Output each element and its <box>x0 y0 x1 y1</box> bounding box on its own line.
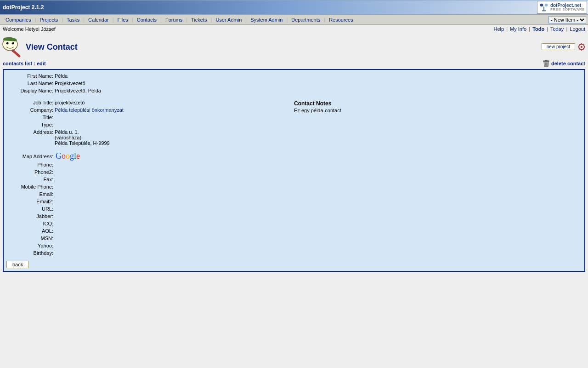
title-actions: new project <box>542 43 585 51</box>
nav-tickets[interactable]: Tickets <box>187 17 210 23</box>
welcome-text: Welcome Hetyei József <box>3 26 56 32</box>
app-title: dotProject 2.1.2 <box>1 4 44 11</box>
delete-contact-text[interactable]: delete contact <box>551 61 585 66</box>
svg-point-7 <box>6 42 7 43</box>
link-my-info[interactable]: My Info <box>510 26 526 32</box>
label-fax: Fax: <box>6 177 55 183</box>
back-button[interactable]: back <box>6 261 29 268</box>
label-email2: Email2: <box>6 199 55 205</box>
contact-detail-box: First Name:Példa Last Name:Projektvezető… <box>3 69 585 272</box>
label-icq: ICQ: <box>6 221 55 227</box>
crumb-row: contacts list : edit delete contact <box>0 59 588 68</box>
crumb-edit[interactable]: edit <box>37 61 46 66</box>
value-address: Példa u. 1.(városháza)Példa Település, H… <box>55 129 110 146</box>
label-birthday: Birthday: <box>6 250 55 257</box>
label-title: Title: <box>6 115 55 121</box>
link-todo[interactable]: Todo <box>532 26 544 32</box>
label-aol: AOL: <box>6 228 55 235</box>
label-msn: MSN: <box>6 236 55 242</box>
svg-point-10 <box>581 46 582 48</box>
svg-point-8 <box>12 42 13 43</box>
google-maps-link[interactable]: Google <box>55 151 80 161</box>
label-yahoo: Yahoo: <box>6 243 55 249</box>
page-title-row: View Contact new project <box>0 35 588 59</box>
crumb-contacts-list[interactable]: contacts list <box>3 61 32 66</box>
nav-contacts[interactable]: Contacts <box>133 17 160 23</box>
dotproject-logo-icon <box>539 3 548 12</box>
contact-notes-body: Ez egy példa-contact <box>294 108 582 113</box>
svg-rect-12 <box>545 60 547 61</box>
nav-system-admin[interactable]: System Admin <box>247 17 286 23</box>
nav-files[interactable]: Files <box>114 17 132 23</box>
value-first-name: Példa <box>55 73 68 80</box>
nav-resources[interactable]: Resources <box>325 17 357 23</box>
details-left-col: First Name:Példa Last Name:Projektvezető… <box>6 73 294 257</box>
svg-point-0 <box>540 4 543 7</box>
nav-projects[interactable]: Projects <box>36 17 62 23</box>
delete-contact-link[interactable]: delete contact <box>543 60 585 67</box>
contact-notes-title: Contact Notes <box>294 100 582 107</box>
label-mobile: Mobile Phone: <box>6 184 55 190</box>
label-first-name: First Name: <box>6 73 55 80</box>
nav-links: Companies| Projects| Tasks| Calendar| Fi… <box>2 17 357 23</box>
nav-tasks[interactable]: Tasks <box>63 17 83 23</box>
value-last-name: Projektvezető <box>55 80 85 87</box>
label-display-name: Display Name: <box>6 88 55 94</box>
label-last-name: Last Name: <box>6 80 55 87</box>
label-address: Address: <box>6 129 55 146</box>
label-phone: Phone: <box>6 162 55 168</box>
trash-icon <box>543 60 549 67</box>
label-email: Email: <box>6 191 55 198</box>
svg-point-1 <box>545 4 548 7</box>
label-type: Type: <box>6 122 55 128</box>
label-company: Company: <box>6 107 55 114</box>
label-jabber: Jabber: <box>6 213 55 220</box>
value-display-name: Projektvezető, Példa <box>55 88 101 94</box>
app-header: dotProject 2.1.2 dotProject.net FREE SOF… <box>0 0 588 15</box>
nav-companies[interactable]: Companies <box>2 17 35 23</box>
svg-rect-2 <box>543 6 544 10</box>
logo-line2: FREE SOFTWARE <box>550 8 585 12</box>
svg-point-5 <box>6 42 9 45</box>
logo-box[interactable]: dotProject.net FREE SOFTWARE <box>537 1 587 14</box>
new-item-dropdown[interactable]: - New Item - <box>548 16 586 23</box>
value-company[interactable]: Példa települési önkormanyzat <box>55 107 124 113</box>
svg-rect-3 <box>542 11 546 12</box>
details-right-col: Contact Notes Ez egy példa-contact <box>294 73 582 257</box>
nav-departments[interactable]: Departments <box>288 17 324 23</box>
gear-icon[interactable] <box>578 43 585 51</box>
link-logout[interactable]: Logout <box>570 26 585 32</box>
label-phone2: Phone2: <box>6 169 55 176</box>
breadcrumb: contacts list : edit <box>3 61 46 66</box>
link-help[interactable]: Help <box>493 26 504 32</box>
nav-calendar[interactable]: Calendar <box>85 17 113 23</box>
nav-forums[interactable]: Forums <box>162 17 186 23</box>
label-map-address: Map Address: <box>6 154 55 159</box>
utility-links: Help | My Info | Todo | Today | Logout <box>493 26 585 32</box>
new-project-button[interactable]: new project <box>542 43 575 50</box>
link-today[interactable]: Today <box>550 26 564 32</box>
value-job-title: projektvezető <box>55 100 85 106</box>
label-job-title: Job Title: <box>6 100 55 106</box>
contact-face-icon <box>1 36 23 58</box>
nav-user-admin[interactable]: User Admin <box>212 17 245 23</box>
nav-bar: Companies| Projects| Tasks| Calendar| Fi… <box>0 15 588 25</box>
new-item-dropdown-wrap: - New Item - <box>548 16 586 23</box>
svg-point-6 <box>12 42 14 45</box>
utility-bar: Welcome Hetyei József Help | My Info | T… <box>0 25 588 33</box>
page-title: View Contact <box>26 42 78 52</box>
label-url: URL: <box>6 206 55 213</box>
